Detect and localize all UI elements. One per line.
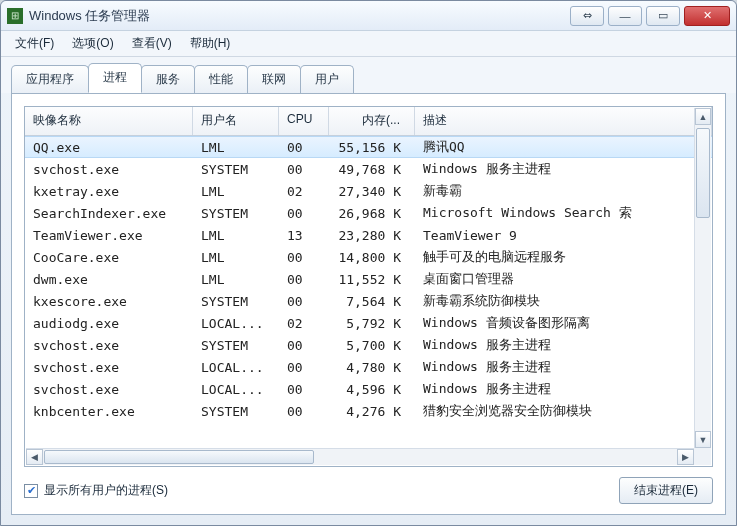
- cell-cpu: 00: [279, 162, 329, 177]
- scroll-up-arrow-icon[interactable]: ▲: [695, 108, 711, 125]
- horizontal-scrollbar[interactable]: ◀ ▶: [26, 448, 694, 465]
- cell-user-name: LOCAL...: [193, 316, 279, 331]
- tabstrip: 应用程序 进程 服务 性能 联网 用户: [1, 57, 736, 93]
- cell-image-name: CooCare.exe: [25, 250, 193, 265]
- close-button[interactable]: ✕: [684, 6, 730, 26]
- cell-user-name: SYSTEM: [193, 404, 279, 419]
- cell-description: 新毒霸: [415, 182, 712, 200]
- table-row[interactable]: kxetray.exeLML0227,340 K新毒霸: [25, 180, 712, 202]
- vertical-scroll-track[interactable]: [695, 126, 711, 430]
- col-header-image-name[interactable]: 映像名称: [25, 107, 193, 135]
- cell-image-name: kxetray.exe: [25, 184, 193, 199]
- cell-memory: 5,700 K: [329, 338, 415, 353]
- cell-memory: 23,280 K: [329, 228, 415, 243]
- cell-cpu: 00: [279, 206, 329, 221]
- column-headers: 映像名称 用户名 CPU 内存(... 描述: [25, 107, 712, 136]
- cell-image-name: svchost.exe: [25, 382, 193, 397]
- cell-cpu: 00: [279, 250, 329, 265]
- window-controls: ⇔ — ▭ ✕: [570, 6, 730, 26]
- cell-memory: 7,564 K: [329, 294, 415, 309]
- table-row[interactable]: svchost.exeLOCAL...004,780 KWindows 服务主进…: [25, 356, 712, 378]
- col-header-memory[interactable]: 内存(...: [329, 107, 415, 135]
- table-row[interactable]: TeamViewer.exeLML1323,280 KTeamViewer 9: [25, 224, 712, 246]
- scroll-left-arrow-icon[interactable]: ◀: [26, 449, 43, 465]
- cell-description: Windows 服务主进程: [415, 336, 712, 354]
- table-row[interactable]: svchost.exeSYSTEM005,700 KWindows 服务主进程: [25, 334, 712, 356]
- processes-panel: 映像名称 用户名 CPU 内存(... 描述 QQ.exeLML0055,156…: [11, 93, 726, 515]
- col-header-cpu[interactable]: CPU: [279, 107, 329, 135]
- menu-help[interactable]: 帮助(H): [182, 32, 239, 55]
- horizontal-scroll-thumb[interactable]: [44, 450, 314, 464]
- tab-networking[interactable]: 联网: [247, 65, 301, 94]
- table-row[interactable]: CooCare.exeLML0014,800 K触手可及的电脑远程服务: [25, 246, 712, 268]
- tab-users[interactable]: 用户: [300, 65, 354, 94]
- cell-memory: 14,800 K: [329, 250, 415, 265]
- show-all-users-label: 显示所有用户的进程(S): [44, 482, 168, 499]
- cell-user-name: SYSTEM: [193, 294, 279, 309]
- scroll-down-arrow-icon[interactable]: ▼: [695, 431, 711, 448]
- cell-user-name: SYSTEM: [193, 206, 279, 221]
- maximize-button[interactable]: ▭: [646, 6, 680, 26]
- cell-cpu: 00: [279, 294, 329, 309]
- table-row[interactable]: QQ.exeLML0055,156 K腾讯QQ: [25, 136, 712, 158]
- cell-memory: 26,968 K: [329, 206, 415, 221]
- cell-image-name: dwm.exe: [25, 272, 193, 287]
- cell-memory: 4,780 K: [329, 360, 415, 375]
- vertical-scroll-thumb[interactable]: [696, 128, 710, 218]
- menu-options[interactable]: 选项(O): [64, 32, 121, 55]
- cell-cpu: 00: [279, 382, 329, 397]
- tab-services[interactable]: 服务: [141, 65, 195, 94]
- table-row[interactable]: kxescore.exeSYSTEM007,564 K新毒霸系统防御模块: [25, 290, 712, 312]
- process-list: 映像名称 用户名 CPU 内存(... 描述 QQ.exeLML0055,156…: [24, 106, 713, 467]
- tab-processes[interactable]: 进程: [88, 63, 142, 93]
- cell-user-name: LML: [193, 250, 279, 265]
- minimize-button[interactable]: —: [608, 6, 642, 26]
- menubar: 文件(F) 选项(O) 查看(V) 帮助(H): [1, 31, 736, 57]
- cell-description: 猎豹安全浏览器安全防御模块: [415, 402, 712, 420]
- cell-image-name: audiodg.exe: [25, 316, 193, 331]
- cell-description: Windows 服务主进程: [415, 160, 712, 178]
- vertical-scrollbar[interactable]: ▲ ▼: [694, 108, 711, 448]
- end-process-button[interactable]: 结束进程(E): [619, 477, 713, 504]
- cell-cpu: 00: [279, 140, 329, 155]
- cell-user-name: LOCAL...: [193, 360, 279, 375]
- cell-cpu: 02: [279, 184, 329, 199]
- task-manager-window: ⊞ Windows 任务管理器 ⇔ — ▭ ✕ 文件(F) 选项(O) 查看(V…: [0, 0, 737, 526]
- cell-description: Windows 音频设备图形隔离: [415, 314, 712, 332]
- table-row[interactable]: knbcenter.exeSYSTEM004,276 K猎豹安全浏览器安全防御模…: [25, 400, 712, 422]
- show-all-users-checkbox[interactable]: ✔: [24, 484, 38, 498]
- cell-description: Microsoft Windows Search 索: [415, 204, 712, 222]
- table-row[interactable]: dwm.exeLML0011,552 K桌面窗口管理器: [25, 268, 712, 290]
- app-icon: ⊞: [7, 8, 23, 24]
- col-header-description[interactable]: 描述: [415, 107, 712, 135]
- menu-view[interactable]: 查看(V): [124, 32, 180, 55]
- cell-description: 桌面窗口管理器: [415, 270, 712, 288]
- cell-image-name: svchost.exe: [25, 360, 193, 375]
- scroll-right-arrow-icon[interactable]: ▶: [677, 449, 694, 465]
- cell-memory: 5,792 K: [329, 316, 415, 331]
- table-row[interactable]: svchost.exeLOCAL...004,596 KWindows 服务主进…: [25, 378, 712, 400]
- titlebar[interactable]: ⊞ Windows 任务管理器 ⇔ — ▭ ✕: [1, 1, 736, 31]
- col-header-user-name[interactable]: 用户名: [193, 107, 279, 135]
- cell-memory: 4,276 K: [329, 404, 415, 419]
- cell-image-name: svchost.exe: [25, 162, 193, 177]
- cell-memory: 27,340 K: [329, 184, 415, 199]
- table-row[interactable]: audiodg.exeLOCAL...025,792 KWindows 音频设备…: [25, 312, 712, 334]
- cell-cpu: 02: [279, 316, 329, 331]
- tab-performance[interactable]: 性能: [194, 65, 248, 94]
- table-row[interactable]: SearchIndexer.exeSYSTEM0026,968 KMicroso…: [25, 202, 712, 224]
- cell-user-name: SYSTEM: [193, 338, 279, 353]
- cell-user-name: LOCAL...: [193, 382, 279, 397]
- tab-applications[interactable]: 应用程序: [11, 65, 89, 94]
- menu-file[interactable]: 文件(F): [7, 32, 62, 55]
- cell-cpu: 13: [279, 228, 329, 243]
- cell-cpu: 00: [279, 272, 329, 287]
- restore-down-button[interactable]: ⇔: [570, 6, 604, 26]
- cell-user-name: SYSTEM: [193, 162, 279, 177]
- cell-image-name: SearchIndexer.exe: [25, 206, 193, 221]
- cell-image-name: TeamViewer.exe: [25, 228, 193, 243]
- scrollbar-corner: [694, 448, 711, 465]
- table-row[interactable]: svchost.exeSYSTEM0049,768 KWindows 服务主进程: [25, 158, 712, 180]
- cell-image-name: knbcenter.exe: [25, 404, 193, 419]
- cell-description: TeamViewer 9: [415, 228, 712, 243]
